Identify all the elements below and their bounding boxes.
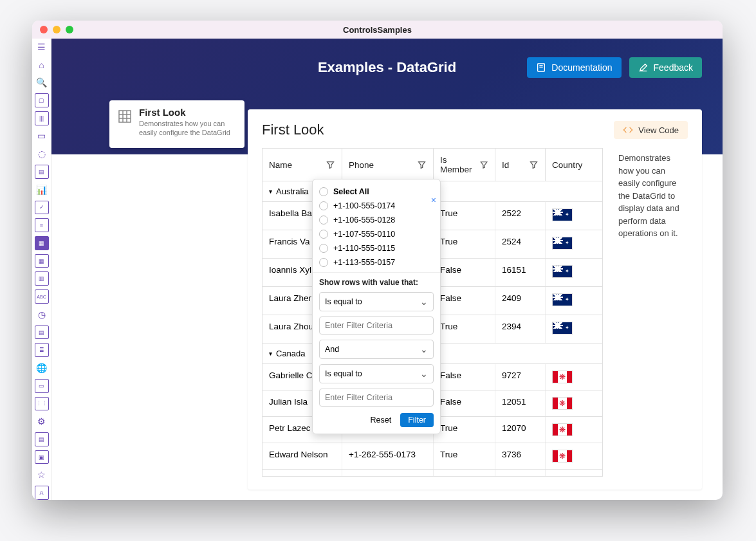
clock-icon[interactable]: ◷ (35, 307, 49, 322)
cell-country (546, 259, 601, 286)
col-header-phone[interactable]: Phone (342, 149, 434, 181)
col-header-country[interactable]: Country (546, 149, 601, 181)
table-row[interactable]: Edward Nelson +1-262-555-0173 True 3736 … (263, 443, 602, 470)
datagrid-icon[interactable]: ▦ (35, 236, 49, 250)
search-icon[interactable]: 🔍 (35, 75, 49, 89)
cell-name: Natalie Patterson (263, 470, 342, 476)
keypad-icon[interactable]: ⋮⋮ (35, 397, 49, 411)
col-header-name[interactable]: Name (263, 149, 342, 181)
cell-member: True (434, 315, 495, 343)
flag-ca-icon: ❋ (552, 371, 573, 383)
checkbox-icon[interactable]: ✓ (35, 201, 49, 215)
filter-option[interactable]: +1-113-555-0157 (319, 255, 434, 270)
cell-member: False (434, 287, 495, 315)
globe-icon[interactable]: 🌐 (35, 361, 49, 375)
flag-au-icon (552, 322, 573, 335)
grid-icon (117, 109, 133, 124)
cell-id: 9727 (495, 364, 546, 390)
filter-option[interactable]: +1-106-555-0128 (319, 213, 434, 227)
cell-country: ❋ (546, 417, 601, 443)
cell-id: 2736 (495, 470, 546, 476)
content-panel: First Look View Code Name Phone Is Membe… (248, 109, 702, 490)
abc-icon[interactable]: ABC (35, 289, 49, 304)
cell-country: ❋ (546, 364, 601, 390)
filter-reset-button[interactable]: Reset (367, 413, 396, 427)
edit-icon (638, 62, 649, 73)
text-icon[interactable]: A (35, 486, 49, 500)
layout-icon[interactable]: ▤ (35, 326, 49, 340)
view-code-button[interactable]: View Code (614, 121, 688, 139)
spinner-icon[interactable]: ◌ (35, 147, 49, 161)
rows-icon[interactable]: ≡ (35, 218, 49, 232)
list2-icon[interactable]: ≣ (35, 343, 49, 357)
cell-member: True (434, 443, 495, 469)
flag-au-icon (552, 293, 573, 306)
cell-id: 3736 (495, 443, 546, 469)
filter-operator-2[interactable]: Is equal to (319, 364, 434, 383)
barcode-icon[interactable]: ||| (35, 111, 49, 125)
note-icon[interactable]: ▢ (35, 93, 49, 107)
cell-member: False (434, 259, 495, 286)
svg-rect-1 (119, 111, 131, 122)
chevron-down-icon (420, 344, 428, 354)
pdf-icon[interactable]: ▤ (35, 432, 49, 446)
radio-icon (319, 258, 328, 267)
filter-option[interactable]: +1-107-555-0110 (319, 227, 434, 241)
radio-icon (319, 215, 328, 225)
cell-member: True (434, 202, 495, 230)
tag-icon[interactable]: ▭ (35, 379, 49, 393)
flower-icon[interactable]: ⚙ (35, 414, 49, 428)
form-icon[interactable]: ▦ (35, 254, 49, 268)
cell-member: True (434, 417, 495, 443)
window-title: ControlsSamples (32, 25, 723, 35)
flag-au-icon (552, 208, 573, 221)
code-icon (623, 125, 633, 135)
chevron-down-icon: ▾ (269, 188, 272, 195)
radio-icon (319, 187, 328, 196)
cell-country: ❋ (546, 443, 601, 469)
cell-member: True (434, 470, 495, 476)
cell-country: ❋ (546, 470, 601, 476)
cell-country (546, 202, 601, 230)
window-icon[interactable]: ▣ (35, 450, 49, 464)
chevron-down-icon (420, 297, 428, 307)
filter-icon[interactable] (529, 160, 539, 170)
col-header-member[interactable]: Is Member (434, 149, 495, 181)
chart-icon[interactable]: 📊 (35, 183, 49, 197)
cell-id: 16151 (495, 259, 546, 286)
example-card-first-look[interactable]: First Look Demonstrates how you can easi… (109, 100, 244, 148)
calendar-icon[interactable]: ▤ (35, 165, 49, 179)
feedback-button[interactable]: Feedback (629, 57, 702, 78)
filter-icon[interactable] (326, 160, 335, 170)
filter-icon[interactable] (479, 160, 488, 170)
cell-member: False (434, 364, 495, 390)
flag-ca-icon: ❋ (552, 423, 573, 436)
cell-country (546, 287, 601, 315)
filter-select-all[interactable]: Select All (319, 185, 434, 199)
table-row[interactable]: Natalie Patterson +1-858-555-0113 True 2… (263, 470, 602, 476)
filter-criteria-1[interactable] (319, 316, 434, 335)
filter-options-list[interactable]: Select All +1-100-555-0174+1-106-555-012… (313, 179, 440, 273)
frame-icon[interactable]: ▭ (35, 129, 49, 143)
table-icon[interactable]: ▥ (35, 271, 49, 286)
filter-criteria-2[interactable] (319, 389, 434, 407)
cell-country (546, 315, 601, 343)
home-icon[interactable]: ⌂ (35, 58, 49, 72)
filter-apply-button[interactable]: Filter (400, 413, 434, 427)
cell-phone: +1-858-555-0113 (342, 470, 434, 476)
card-title: First Look (139, 107, 237, 118)
filter-option[interactable]: +1-100-555-0174 (319, 199, 434, 213)
hamburger-icon[interactable]: ☰ (35, 40, 49, 54)
cell-id: 2394 (495, 315, 546, 343)
filter-option[interactable]: +1-110-555-0115 (319, 241, 434, 255)
cell-member: True (434, 230, 495, 258)
filter-operator-1[interactable]: Is equal to (319, 292, 434, 311)
flag-ca-icon: ❋ (552, 397, 573, 410)
star-icon[interactable]: ☆ (35, 468, 49, 482)
col-header-id[interactable]: Id (495, 149, 546, 181)
filter-icon[interactable] (417, 160, 427, 170)
radio-icon (319, 201, 328, 210)
filter-logic[interactable]: And (319, 340, 434, 359)
documentation-button[interactable]: Documentation (527, 57, 621, 78)
chevron-down-icon: ▾ (269, 350, 272, 357)
